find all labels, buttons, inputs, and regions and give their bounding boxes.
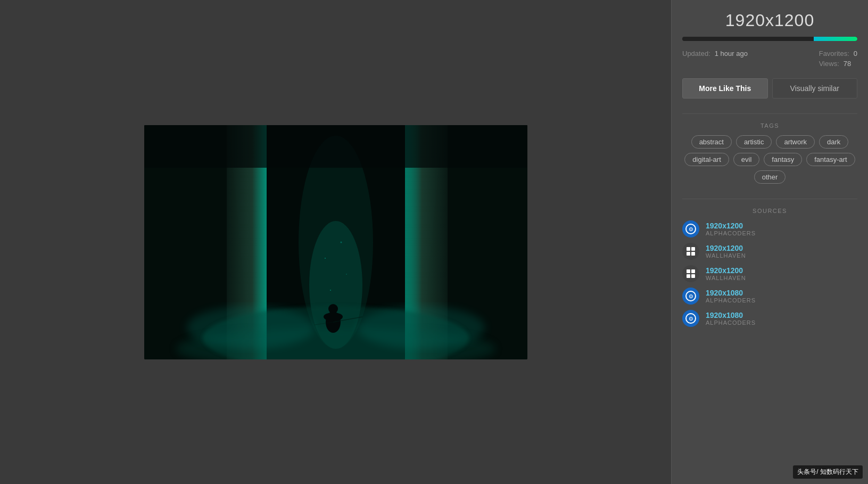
- tag-fantasy[interactable]: fantasy: [764, 153, 802, 166]
- tag-artwork[interactable]: artwork: [776, 135, 815, 149]
- svg-point-18: [328, 304, 338, 314]
- source-provider-4: ALPHACODERS: [706, 319, 756, 326]
- updated-value: 1 hour ago: [715, 50, 748, 58]
- divider-1: [682, 113, 857, 114]
- views-label: Views:: [819, 60, 839, 68]
- source-resolution-3: 1920x1080: [706, 289, 756, 297]
- svg-point-26: [346, 274, 347, 275]
- source-icon-wallhaven: [682, 265, 699, 282]
- visually-similar-button[interactable]: Visually similar: [772, 78, 858, 99]
- progress-bar-fill: [682, 37, 857, 41]
- source-info-0: 1920x1200ALPHACODERS: [706, 222, 756, 236]
- updated-stat: Updated: 1 hour ago: [682, 50, 748, 68]
- progress-bar: [682, 37, 857, 41]
- divider-2: [682, 199, 857, 199]
- source-item-2[interactable]: 1920x1200WALLHAVEN: [682, 265, 857, 282]
- resolution-title: 1920x1200: [682, 11, 857, 30]
- tags-container: abstractartisticartworkdarkdigital-artev…: [682, 135, 857, 184]
- tags-label: TAGS: [682, 122, 857, 129]
- action-buttons: More Like This Visually similar: [682, 78, 857, 99]
- tag-digital-art[interactable]: digital-art: [684, 153, 729, 166]
- source-info-3: 1920x1080ALPHACODERS: [706, 289, 756, 303]
- favorites-label: Favorites:: [819, 50, 849, 58]
- source-resolution-2: 1920x1200: [706, 266, 746, 275]
- watermark: 头条号/ 知数码行天下: [793, 465, 863, 479]
- wallhaven-grid-icon: [687, 247, 695, 256]
- views-stat: Views: 78: [819, 60, 857, 68]
- source-icon-alphacoders: ⊙: [682, 220, 699, 237]
- source-provider-2: WALLHAVEN: [706, 275, 746, 281]
- alphacoders-circle-icon: ⊙: [685, 291, 696, 301]
- more-like-this-button[interactable]: More Like This: [682, 78, 768, 99]
- svg-point-15: [187, 306, 315, 349]
- favorites-stat: Favorites: 0: [819, 50, 857, 58]
- source-info-2: 1920x1200WALLHAVEN: [706, 266, 746, 281]
- source-resolution-1: 1920x1200: [706, 244, 746, 252]
- tag-evil[interactable]: evil: [733, 153, 760, 166]
- source-info-4: 1920x1080ALPHACODERS: [706, 311, 756, 326]
- tag-fantasy-art[interactable]: fantasy-art: [806, 153, 855, 166]
- source-provider-3: ALPHACODERS: [706, 297, 756, 303]
- svg-rect-22: [144, 125, 527, 168]
- updated-label: Updated:: [682, 50, 710, 58]
- alphacoders-circle-icon: ⊙: [685, 224, 696, 234]
- wallhaven-grid-icon: [687, 269, 695, 278]
- main-image-area: [0, 0, 671, 484]
- source-item-3[interactable]: ⊙1920x1080ALPHACODERS: [682, 288, 857, 305]
- tag-other[interactable]: other: [754, 170, 786, 184]
- svg-point-24: [340, 241, 342, 243]
- tag-artistic[interactable]: artistic: [736, 135, 772, 149]
- source-resolution-4: 1920x1080: [706, 311, 756, 319]
- source-item-0[interactable]: ⊙1920x1200ALPHACODERS: [682, 220, 857, 237]
- sources-label: SOURCES: [682, 208, 857, 214]
- svg-point-19: [324, 313, 343, 321]
- alphacoders-circle-icon: ⊙: [685, 313, 696, 324]
- views-value: 78: [844, 60, 851, 68]
- svg-point-25: [330, 290, 331, 291]
- svg-point-23: [325, 258, 326, 259]
- favorites-value: 0: [854, 50, 857, 58]
- sources-container: ⊙1920x1200ALPHACODERS 1920x1200WALLHAVEN…: [682, 220, 857, 327]
- tag-dark[interactable]: dark: [819, 135, 848, 149]
- source-item-4[interactable]: ⊙1920x1080ALPHACODERS: [682, 310, 857, 327]
- source-icon-wallhaven: [682, 243, 699, 260]
- source-info-1: 1920x1200WALLHAVEN: [706, 244, 746, 259]
- source-resolution-0: 1920x1200: [706, 222, 756, 230]
- wallpaper-display[interactable]: [144, 125, 527, 359]
- right-stats: Favorites: 0 Views: 78: [819, 50, 857, 68]
- svg-point-16: [357, 306, 485, 349]
- source-item-1[interactable]: 1920x1200WALLHAVEN: [682, 243, 857, 260]
- source-icon-alphacoders: ⊙: [682, 288, 699, 305]
- source-icon-alphacoders: ⊙: [682, 310, 699, 327]
- stats-row: Updated: 1 hour ago Favorites: 0 Views: …: [682, 50, 857, 68]
- source-provider-1: WALLHAVEN: [706, 252, 746, 259]
- tag-abstract[interactable]: abstract: [691, 135, 732, 149]
- sidebar: 1920x1200 Updated: 1 hour ago Favorites:…: [671, 0, 868, 484]
- source-provider-0: ALPHACODERS: [706, 230, 756, 236]
